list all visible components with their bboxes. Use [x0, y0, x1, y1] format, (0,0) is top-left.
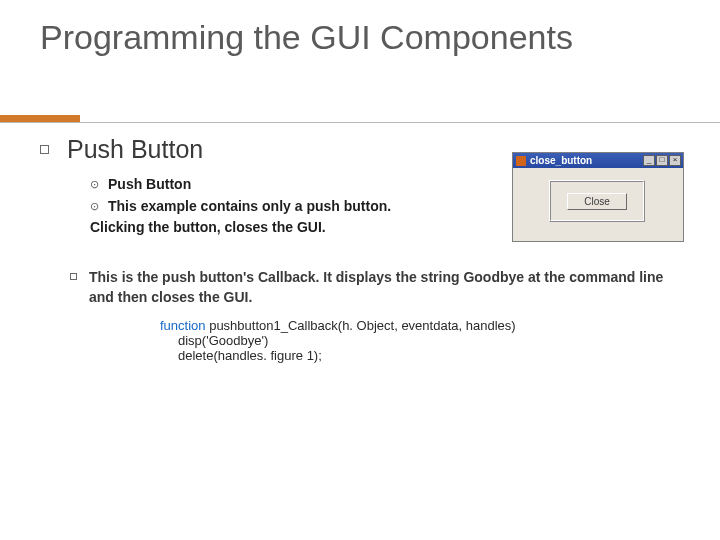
bullet-icon	[40, 145, 49, 154]
sub-item: This example contains only a push button…	[108, 196, 391, 218]
matlab-icon	[516, 156, 526, 166]
code-keyword: function	[160, 318, 206, 333]
figure-panel: Close	[549, 180, 645, 222]
slide-title: Programming the GUI Components	[40, 18, 680, 57]
figure-titlebar: close_button _ □ ×	[513, 153, 683, 168]
bullet-icon: ⊙	[90, 174, 98, 194]
bullet-icon: ⊙	[90, 196, 98, 216]
close-window-button[interactable]: ×	[669, 155, 681, 166]
close-button[interactable]: Close	[567, 193, 627, 210]
section-heading: Push Button	[67, 135, 203, 164]
callback-description: This is the push button's Callback. It d…	[89, 267, 690, 308]
code-signature: pushbutton1_Callback(h. Object, eventdat…	[206, 318, 516, 333]
maximize-button[interactable]: □	[656, 155, 668, 166]
code-line: delete(handles. figure 1);	[178, 348, 690, 363]
minimize-button[interactable]: _	[643, 155, 655, 166]
sub-item: Push Button	[108, 174, 191, 196]
title-rule	[0, 108, 720, 123]
bullet-icon	[70, 273, 77, 280]
code-line: disp('Goodbye')	[178, 333, 690, 348]
figure-title: close_button	[530, 155, 592, 166]
figure-window: close_button _ □ × Close	[512, 152, 684, 242]
code-block: function pushbutton1_Callback(h. Object,…	[160, 318, 690, 363]
